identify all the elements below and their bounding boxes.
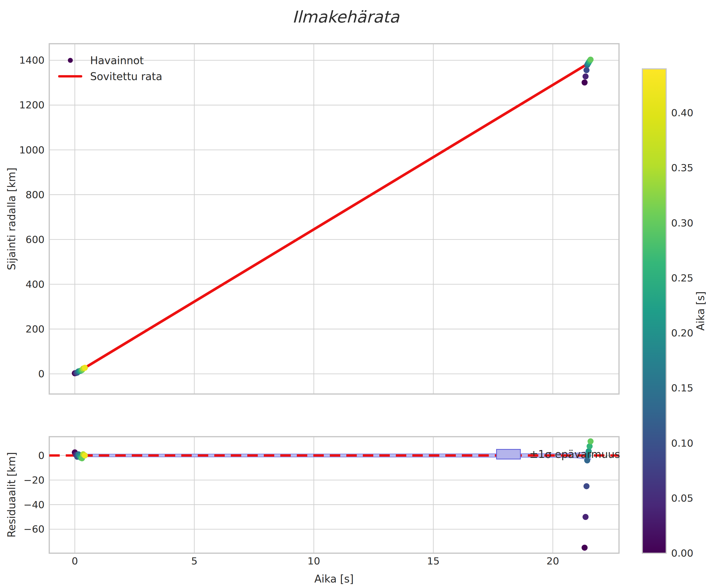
colorbar-tick-label: 0.15 [671,383,693,393]
observation-point [588,57,594,63]
observation-point [583,67,589,73]
residual-y-tick-label: −20 [0,475,44,485]
observation-point [582,80,588,86]
chart-canvas [0,0,712,588]
x-tick-label: 0 [72,556,78,566]
main-y-tick-label: 1400 [0,55,44,65]
colorbar-tick-label: 0.10 [671,438,693,448]
colorbar-tick-label: 0.25 [671,273,693,283]
colorbar [642,69,666,553]
colorbar-label: Aika [s] [694,291,707,331]
main-legend: Havainnot Sovitettu rata [58,52,162,84]
legend-item-sovitettu-rata: Sovitettu rata [58,68,162,84]
colorbar-tick-label: 0.00 [671,548,693,558]
x-tick-label: 20 [546,556,559,566]
residual-point [588,438,594,444]
observation-point [583,73,589,79]
residual-point [582,545,588,550]
colorbar-tick-label: 0.35 [671,163,693,173]
x-tick-label: 10 [307,556,320,566]
main-y-tick-label: 600 [0,235,44,245]
x-tick-label: 15 [427,556,440,566]
main-y-tick-label: 400 [0,279,44,289]
scatter-point-icon [68,58,73,63]
legend-item-havainnot: Havainnot [58,52,162,68]
legend-marker-box [58,58,82,63]
observation-point [82,365,88,371]
residual-y-tick-label: −60 [0,524,44,534]
main-y-tick-label: 800 [0,190,44,200]
legend-label-fitted-line: Sovitettu rata [90,70,162,82]
fitted-trajectory-line [75,62,591,374]
residual-point [583,514,589,520]
uncertainty-band-label: ±1σ epävarmuus [529,448,620,460]
legend-label-observations: Havainnot [90,55,144,66]
main-y-axis-label: Sijainti radalla [km] [5,168,18,270]
residual-y-tick-label: −40 [0,500,44,510]
residual-y-tick-label: 0 [0,450,44,461]
uncertainty-band-legend: ±1σ epävarmuus [496,448,620,460]
x-axis-label: Aika [s] [314,573,354,585]
main-y-tick-label: 0 [0,369,44,379]
residual-point [583,483,589,489]
fit-line-icon [58,75,82,78]
x-tick-label: 5 [191,556,198,566]
colorbar-tick-label: 0.05 [671,493,693,503]
main-y-tick-label: 1200 [0,100,44,110]
residual-point [82,453,88,458]
uncertainty-band-icon [496,449,521,459]
chart-title: Ilmakehärata [292,7,400,26]
colorbar-tick-label: 0.40 [671,108,693,118]
main-y-tick-label: 1000 [0,145,44,155]
legend-marker-box [58,75,82,78]
colorbar-tick-label: 0.30 [671,218,693,228]
figure: Ilmakehärata Sijainti radalla [km] Resid… [0,0,712,588]
main-y-tick-label: 200 [0,324,44,334]
colorbar-tick-label: 0.20 [671,328,693,338]
